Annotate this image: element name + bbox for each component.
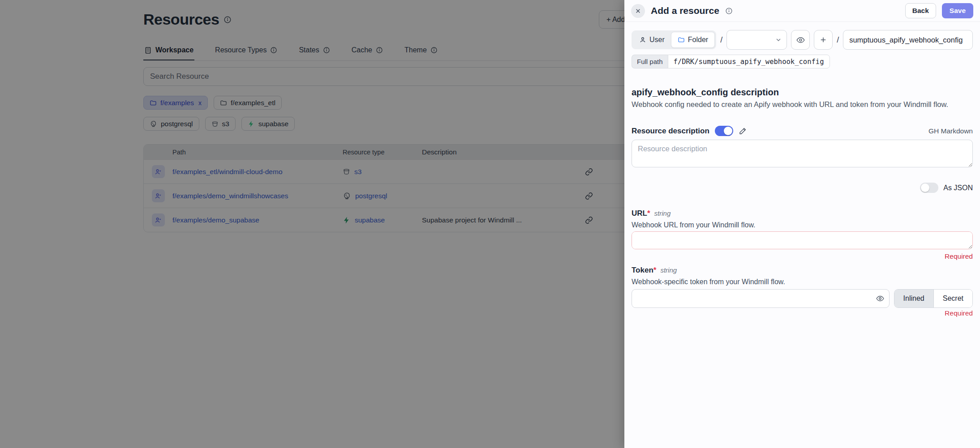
new-folder-button[interactable] (814, 30, 833, 50)
url-required-message: Required (632, 252, 973, 260)
back-button[interactable]: Back (905, 3, 936, 18)
required-asterisk: * (653, 266, 657, 274)
user-icon (639, 36, 646, 43)
info-icon (725, 7, 733, 15)
resource-type-description: Webhook config needed to create an Apify… (632, 100, 973, 109)
full-path-value: f/DRK/sumptuous_apify_webhook_config (668, 55, 830, 68)
close-button[interactable] (631, 4, 645, 18)
eye-icon[interactable] (876, 294, 884, 303)
owner-folder-option[interactable]: Folder (671, 32, 715, 48)
path-separator: / (720, 35, 722, 45)
url-input[interactable] (632, 231, 973, 249)
token-required-message: Required (632, 309, 973, 317)
token-mode-toggle: Inlined Secret (894, 289, 973, 308)
resource-description-label: Resource description (632, 127, 709, 136)
gh-markdown-label: GH Markdown (928, 127, 973, 135)
view-folder-button[interactable] (791, 30, 810, 50)
token-input[interactable] (632, 289, 890, 308)
folder-icon (678, 36, 685, 43)
token-field-type: string (660, 266, 677, 274)
resource-type-heading: apify_webhook_config description (632, 87, 973, 98)
path-separator: / (837, 35, 839, 45)
as-json-label: As JSON (943, 184, 973, 192)
pencil-icon[interactable] (739, 127, 747, 135)
eye-icon (796, 36, 805, 44)
url-field-type: string (654, 209, 671, 217)
url-field-help: Webhook URL from your Windmill flow. (632, 221, 973, 229)
token-secret-option[interactable]: Secret (933, 290, 972, 307)
description-editor-toggle[interactable] (715, 126, 733, 136)
token-field-help: Webhook-specific token from your Windmil… (632, 278, 973, 286)
chevron-down-icon (775, 36, 782, 43)
owner-kind-toggle: User Folder (632, 30, 716, 49)
token-inlined-option[interactable]: Inlined (894, 290, 933, 307)
owner-folder-label: Folder (688, 36, 708, 44)
as-json-toggle[interactable] (920, 183, 938, 193)
owner-user-option[interactable]: User (633, 32, 671, 48)
full-path-label: Full path (632, 55, 668, 68)
folder-select[interactable] (726, 30, 787, 50)
resource-name-input[interactable] (843, 30, 973, 50)
owner-user-label: User (649, 36, 665, 44)
token-field-label: Token* (632, 266, 656, 275)
save-button[interactable]: Save (942, 3, 973, 18)
resource-description-textarea[interactable] (632, 140, 973, 167)
add-resource-drawer: Add a resource Back Save User Fold (624, 0, 980, 448)
required-asterisk: * (647, 209, 650, 218)
url-field-label: URL* (632, 209, 650, 218)
plus-icon (819, 36, 827, 44)
drawer-title: Add a resource (651, 5, 719, 16)
